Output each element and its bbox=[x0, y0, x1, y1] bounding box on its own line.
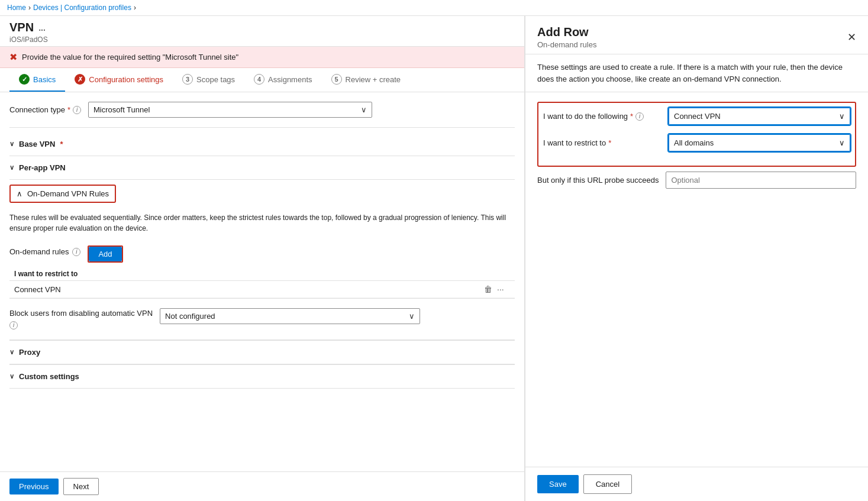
rules-table-header-restrict: I want to restrict to bbox=[9, 267, 479, 281]
on-demand-vpn-section: ∧ On-Demand VPN Rules These rules will b… bbox=[9, 180, 515, 299]
tab-configuration[interactable]: ✗ Configuration settings bbox=[65, 68, 173, 92]
on-demand-rules-info-icon[interactable]: i bbox=[72, 248, 80, 256]
base-vpn-section: ∨ Base VPN * bbox=[9, 132, 515, 156]
vpn-title: VPN bbox=[9, 21, 34, 34]
previous-button[interactable]: Previous bbox=[9, 479, 59, 494]
tab-basics[interactable]: ✓ Basics bbox=[9, 68, 65, 92]
on-demand-vpn-label: On-Demand VPN Rules bbox=[27, 189, 109, 198]
rules-table: I want to restrict to Connect VPN 🗑 bbox=[9, 267, 515, 298]
per-app-vpn-chevron-icon: ∨ bbox=[9, 164, 14, 172]
restrict-to-select[interactable]: All domains ∨ bbox=[669, 134, 850, 151]
custom-settings-header[interactable]: ∨ Custom settings bbox=[9, 365, 515, 388]
tab-basics-check: ✓ bbox=[19, 74, 30, 85]
add-row-content: I want to do the following * i Connect V… bbox=[525, 92, 868, 467]
proxy-section: ∨ Proxy bbox=[9, 340, 515, 364]
tab-configuration-label: Configuration settings bbox=[89, 75, 163, 84]
error-icon: ✖ bbox=[9, 51, 17, 63]
custom-settings-label: Custom settings bbox=[19, 372, 79, 381]
add-row-footer: Save Cancel bbox=[525, 467, 868, 501]
connection-type-select[interactable]: Microsoft Tunnel ∨ bbox=[88, 102, 372, 118]
tab-review-num: 5 bbox=[331, 74, 342, 85]
tab-basics-label: Basics bbox=[33, 75, 56, 84]
block-users-select[interactable]: Not configured ∨ bbox=[160, 308, 420, 324]
do-following-chevron-icon: ∨ bbox=[839, 112, 845, 121]
cancel-button[interactable]: Cancel bbox=[583, 474, 632, 494]
url-probe-row: But only if this URL probe succeeds bbox=[537, 172, 856, 189]
block-users-row: Block users from disabling automatic VPN… bbox=[9, 308, 515, 340]
add-row-panel: Add Row On-demand rules ✕ These settings… bbox=[525, 16, 868, 501]
wizard-tabs: ✓ Basics ✗ Configuration settings 3 Scop… bbox=[0, 68, 524, 92]
more-options-button[interactable]: ··· bbox=[497, 285, 504, 294]
add-row-description: These settings are used to create a rule… bbox=[525, 54, 868, 92]
vpn-more-options[interactable]: ... bbox=[38, 23, 46, 33]
connection-type-chevron-icon: ∨ bbox=[361, 105, 367, 114]
add-row-header: Add Row On-demand rules ✕ bbox=[525, 16, 868, 54]
rule-action-value: Connect VPN bbox=[9, 281, 479, 298]
sep1: › bbox=[28, 4, 31, 12]
on-demand-vpn-header[interactable]: ∧ On-Demand VPN Rules bbox=[9, 185, 116, 203]
add-btn-wrapper: Add bbox=[88, 245, 122, 263]
connection-type-value: Microsoft Tunnel bbox=[93, 105, 150, 114]
on-demand-vpn-chevron-icon: ∧ bbox=[17, 189, 22, 198]
rules-table-header-actions bbox=[479, 267, 515, 281]
base-vpn-chevron-icon: ∨ bbox=[9, 140, 14, 148]
add-rule-button[interactable]: Add bbox=[89, 247, 121, 261]
error-banner: ✖ Provide the value for the required set… bbox=[0, 47, 524, 68]
tab-assignments-num: 4 bbox=[254, 74, 264, 85]
next-button[interactable]: Next bbox=[63, 478, 99, 495]
vpn-subtitle: iOS/iPadOS bbox=[9, 35, 515, 44]
url-probe-input[interactable] bbox=[666, 172, 856, 189]
connection-type-label: Connection type * i bbox=[9, 105, 81, 114]
add-row-subtitle: On-demand rules bbox=[537, 40, 596, 49]
delete-row-button[interactable]: 🗑 bbox=[484, 285, 492, 294]
bottom-nav: Previous Next bbox=[0, 471, 524, 501]
add-row-title: Add Row bbox=[537, 25, 596, 39]
block-users-value: Not configured bbox=[165, 312, 215, 321]
custom-settings-section: ∨ Custom settings bbox=[9, 364, 515, 389]
devices-config-link[interactable]: Devices | Configuration profiles bbox=[33, 4, 131, 12]
proxy-header[interactable]: ∨ Proxy bbox=[9, 341, 515, 364]
on-demand-rules: On-demand rules i Add I want to restrict… bbox=[9, 245, 515, 298]
proxy-label: Proxy bbox=[19, 348, 40, 357]
per-app-vpn-label: Per-app VPN bbox=[19, 163, 66, 172]
row-actions: 🗑 ··· bbox=[484, 285, 510, 294]
custom-settings-chevron-icon: ∨ bbox=[9, 373, 14, 380]
home-link[interactable]: Home bbox=[7, 4, 26, 12]
save-button[interactable]: Save bbox=[537, 475, 579, 493]
base-vpn-label: Base VPN bbox=[19, 140, 55, 148]
sep2: › bbox=[134, 4, 136, 12]
left-content: Connection type * i Microsoft Tunnel ∨ ∨… bbox=[0, 92, 524, 471]
tab-scope-num: 3 bbox=[182, 74, 193, 85]
block-users-info-icon[interactable]: i bbox=[9, 321, 18, 329]
do-following-label: I want to do the following * i bbox=[543, 112, 662, 121]
do-following-select[interactable]: Connect VPN ∨ bbox=[669, 108, 850, 125]
restrict-to-value: All domains bbox=[674, 138, 714, 147]
tab-assignments-label: Assignments bbox=[268, 75, 312, 84]
block-users-chevron-icon: ∨ bbox=[409, 312, 415, 321]
tab-configuration-check: ✗ bbox=[75, 74, 85, 85]
on-demand-rules-label: On-demand rules i bbox=[9, 247, 80, 256]
tab-scope[interactable]: 3 Scope tags bbox=[173, 68, 244, 92]
restrict-to-chevron-icon: ∨ bbox=[839, 138, 845, 147]
do-following-info-icon[interactable]: i bbox=[635, 112, 644, 121]
per-app-vpn-section: ∨ Per-app VPN bbox=[9, 156, 515, 180]
do-following-value: Connect VPN bbox=[674, 112, 721, 121]
restrict-to-label: I want to restrict to * bbox=[543, 138, 662, 147]
tab-scope-label: Scope tags bbox=[196, 75, 235, 84]
table-row: Connect VPN 🗑 ··· bbox=[9, 281, 515, 298]
error-message: Provide the value for the required setti… bbox=[22, 53, 238, 62]
close-panel-button[interactable]: ✕ bbox=[847, 31, 856, 44]
on-demand-vpn-description: These rules will be evaluated sequential… bbox=[9, 212, 515, 238]
per-app-vpn-header[interactable]: ∨ Per-app VPN bbox=[9, 156, 515, 179]
tab-review[interactable]: 5 Review + create bbox=[322, 68, 411, 92]
breadcrumb: Home › Devices | Configuration profiles … bbox=[0, 0, 868, 16]
connection-type-info-icon[interactable]: i bbox=[73, 106, 81, 114]
base-vpn-header[interactable]: ∨ Base VPN * bbox=[9, 132, 515, 156]
proxy-chevron-icon: ∨ bbox=[9, 348, 14, 356]
tab-assignments[interactable]: 4 Assignments bbox=[244, 68, 321, 92]
tab-review-label: Review + create bbox=[346, 75, 401, 84]
restrict-to-row: I want to restrict to * All domains ∨ bbox=[543, 134, 850, 151]
url-probe-label: But only if this URL probe succeeds bbox=[537, 176, 659, 185]
connection-type-row: Connection type * i Microsoft Tunnel ∨ bbox=[9, 102, 515, 118]
do-following-row: I want to do the following * i Connect V… bbox=[543, 108, 850, 125]
